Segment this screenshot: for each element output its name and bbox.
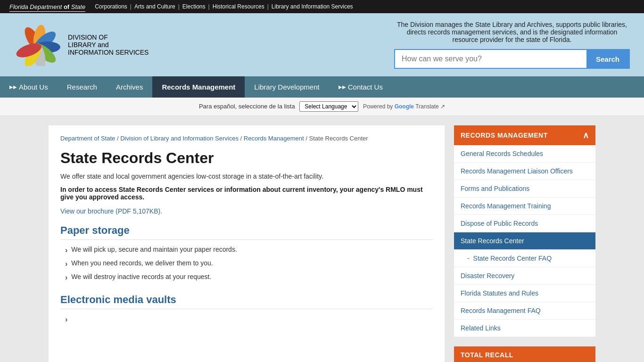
intro-text: We offer state and local government agen… (60, 173, 433, 180)
sidebar-records-title: RECORDS MANAGEMENT (461, 132, 548, 139)
main-content: Department of State / Division of Librar… (49, 125, 445, 362)
header: DIVISION OF LIBRARY and INFORMATION SERV… (0, 13, 644, 76)
electronic-heading: Electronic media vaults (60, 294, 433, 309)
top-nav-arts[interactable]: Arts and Culture (134, 3, 175, 10)
nav-research[interactable]: Research (58, 76, 107, 98)
list-item: When you need records, we deliver them t… (65, 257, 433, 271)
header-description: The Division manages the State Library a… (394, 21, 630, 43)
arrow-icon-2: ▶▶ (339, 84, 346, 90)
breadcrumb-dept[interactable]: Department of State (60, 135, 115, 142)
paper-storage-list: We will pick up, secure and maintain you… (60, 244, 433, 284)
bold-note: In order to access State Records Center … (60, 186, 433, 201)
brochure-anchor[interactable]: View our brochure (PDF 5,107KB). (60, 207, 162, 215)
sidebar-link-rmlo[interactable]: Records Management Liaison Officers (454, 163, 595, 180)
top-nav-elections[interactable]: Elections (182, 3, 206, 10)
breadcrumb-records[interactable]: Records Management (244, 135, 304, 142)
main-nav: ▶▶ About Us Research Archives Records Ma… (0, 76, 644, 98)
sidebar-total-recall-title: TOTAL RECALL (461, 351, 513, 359)
collapse-icon[interactable]: ∧ (583, 130, 589, 140)
sidebar: RECORDS MANAGEMENT ∧ General Records Sch… (454, 125, 595, 362)
lang-text: Para español, seleccione de la lista (199, 103, 295, 110)
paper-storage-heading: Paper storage (60, 224, 433, 240)
breadcrumb-division[interactable]: Division of Library and Information Serv… (120, 135, 239, 142)
electronic-list (60, 313, 433, 327)
sidebar-records-header: RECORDS MANAGEMENT ∧ (454, 125, 595, 145)
brochure-link: View our brochure (PDF 5,107KB). (60, 207, 433, 215)
sidebar-records-section: RECORDS MANAGEMENT ∧ General Records Sch… (454, 125, 595, 337)
header-right: The Division manages the State Library a… (394, 21, 630, 69)
top-bar: Florida Department of State Corporations… (0, 0, 644, 13)
sidebar-link-related[interactable]: Related Links (454, 320, 595, 337)
top-nav-historical[interactable]: Historical Resources (213, 3, 264, 10)
sidebar-link-forms[interactable]: Forms and Publications (454, 180, 595, 197)
division-logo (14, 24, 61, 66)
list-item: We will destroy inactive records at your… (65, 271, 433, 285)
sidebar-link-state-records[interactable]: State Records Center (454, 232, 595, 250)
division-name: DIVISION OF LIBRARY and INFORMATION SERV… (68, 33, 149, 56)
top-nav-corporations[interactable]: Corporations (95, 3, 127, 10)
search-input[interactable] (395, 50, 586, 68)
sidebar-link-faq-sub[interactable]: - State Records Center FAQ (454, 250, 595, 267)
nav-library-development[interactable]: Library Development (245, 76, 329, 98)
list-item: We will pick up, secure and maintain you… (65, 244, 433, 257)
search-button[interactable]: Search (586, 50, 629, 68)
sidebar-link-rm-faq[interactable]: Records Management FAQ (454, 302, 595, 320)
sidebar-total-recall-section: TOTAL RECALL (454, 346, 595, 362)
nav-archives[interactable]: Archives (107, 76, 153, 98)
nav-contact-us[interactable]: ▶▶ Contact Us (329, 76, 392, 98)
top-nav-library[interactable]: Library and Information Services (272, 3, 353, 10)
powered-by-text: Powered by Google Translate ↗ (363, 103, 445, 110)
content-wrapper: Department of State / Division of Librar… (44, 116, 600, 362)
state-logo: Florida Department of State (9, 3, 85, 10)
breadcrumb: Department of State / Division of Librar… (60, 135, 433, 142)
page-title: State Records Center (60, 149, 433, 167)
arrow-icon: ▶▶ (9, 84, 17, 90)
lang-bar: Para español, seleccione de la lista Sel… (0, 98, 644, 116)
sidebar-link-dispose[interactable]: Dispose of Public Records (454, 215, 595, 232)
sidebar-link-training[interactable]: Records Management Training (454, 197, 595, 215)
sidebar-total-recall-header: TOTAL RECALL (454, 346, 595, 362)
search-bar: Search (394, 49, 630, 69)
breadcrumb-current: State Records Center (309, 135, 368, 142)
list-item (65, 313, 433, 327)
nav-about-us[interactable]: ▶▶ About Us (0, 76, 58, 98)
sidebar-records-links: General Records Schedules Records Manage… (454, 145, 595, 337)
language-select[interactable]: Select Language (299, 101, 358, 112)
top-nav: Corporations | Arts and Culture | Electi… (95, 3, 353, 10)
sidebar-link-disaster[interactable]: Disaster Recovery (454, 267, 595, 285)
sidebar-link-statutes[interactable]: Florida Statutes and Rules (454, 285, 595, 302)
logo-area: DIVISION OF LIBRARY and INFORMATION SERV… (14, 24, 149, 66)
nav-records-management[interactable]: Records Management (152, 76, 245, 98)
sidebar-link-general-records[interactable]: General Records Schedules (454, 145, 595, 163)
